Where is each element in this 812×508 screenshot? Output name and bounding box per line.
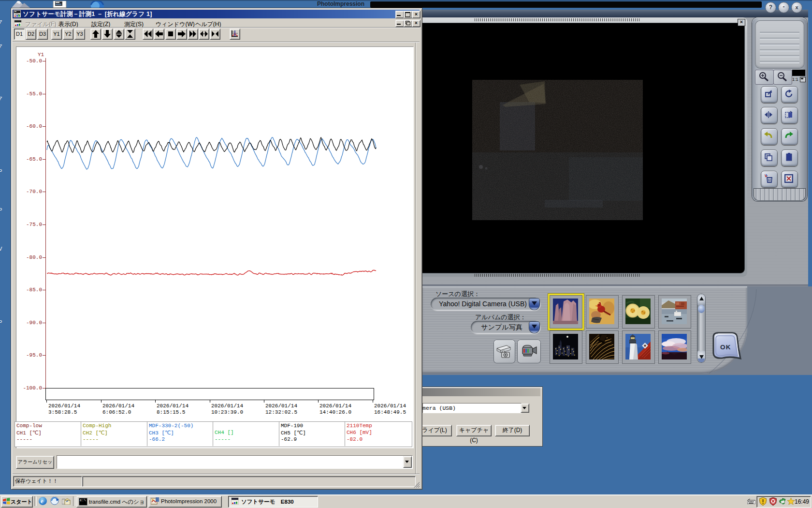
svg-text:OK: OK (720, 344, 731, 351)
